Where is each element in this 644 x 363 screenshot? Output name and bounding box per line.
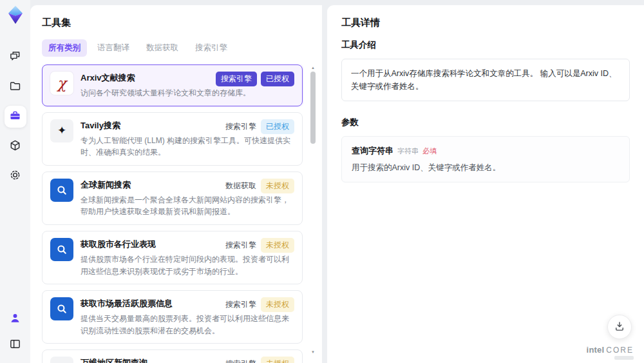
tab-category-3[interactable]: 搜索引擎 xyxy=(189,39,234,57)
tool-intro-text: 一个用于从Arxiv存储库搜索科学论文和文章的工具。 输入可以是Arxiv ID… xyxy=(351,67,620,93)
panel-toggle-icon xyxy=(9,338,21,352)
brand-sub-badge xyxy=(614,356,634,360)
tool-card-2[interactable]: 全球新闻搜索全球新闻搜索是一个聚合全球各大新闻网站内容的搜索引擎，帮助用户快速获… xyxy=(42,172,303,225)
tool-name: Arxiv文献搜索 xyxy=(80,72,216,84)
tool-badges: 搜索引擎未授权 xyxy=(225,297,294,312)
cube-icon xyxy=(9,139,21,153)
tool-description: 提供股票市场各个行业在特定时间段内的表现。投资者可以利用这些信息来识别表现优于或… xyxy=(80,253,293,277)
tool-badges: 搜索引擎未授权 xyxy=(225,357,294,363)
sidebar-item-tools[interactable] xyxy=(5,106,26,128)
param-card-0: 查询字符串字符串必填用于搜索的Arxiv ID、关键字或作者姓名。 xyxy=(341,136,630,182)
sidebar-item-settings[interactable] xyxy=(5,165,26,187)
download-icon xyxy=(614,320,625,334)
brand-core: CORE xyxy=(606,346,634,355)
intel-core-logo: intel CORE xyxy=(587,345,634,355)
tab-category-2[interactable]: 数据获取 xyxy=(140,39,185,57)
tool-card-5[interactable]: 万维地区新闻查询查询具体行政区划内的新闻，快速了解各地新闻动搜索引擎未授权 xyxy=(42,349,303,363)
folder-icon xyxy=(9,80,21,94)
tool-detail-panel: 工具详情 工具介绍 一个用于从Arxiv存储库搜索科学论文和文章的工具。 输入可… xyxy=(327,5,644,363)
collapse-panel-button[interactable] xyxy=(5,334,26,356)
tab-category-1[interactable]: 语言翻译 xyxy=(91,39,136,57)
tool-badges: 搜索引擎已授权 xyxy=(225,119,294,134)
scrollbar-thumb[interactable] xyxy=(310,72,316,144)
param-description: 用于搜索的Arxiv ID、关键字或作者姓名。 xyxy=(352,162,620,173)
auth-status-badge: 未授权 xyxy=(261,238,294,253)
tool-badges: 搜索引擎未授权 xyxy=(225,238,294,253)
tool-list: χArxiv文献搜索访问各个研究领域大量科学论文和文章的存储库。搜索引擎已授权✦… xyxy=(42,64,322,363)
gear-icon xyxy=(9,169,21,183)
sidebar-item-chat[interactable] xyxy=(5,46,26,68)
auth-status-badge: 未授权 xyxy=(261,357,294,363)
tool-card-4[interactable]: 获取市场最活跃股票信息提供当天交易量最高的股票列表。投资者可以利用这些信息来识别… xyxy=(42,290,303,344)
app-logo xyxy=(7,5,24,27)
category-badge: 搜索引擎 xyxy=(225,357,257,363)
sidebar-bottom xyxy=(5,306,26,358)
scroll-up-arrow-icon[interactable]: ▲ xyxy=(311,66,315,70)
category-badge: 数据获取 xyxy=(225,179,257,193)
scroll-down-arrow-icon[interactable]: ▼ xyxy=(311,350,315,354)
param-name: 查询字符串 xyxy=(352,145,393,157)
category-badge: 搜索引擎 xyxy=(225,119,257,134)
star-icon: ✦ xyxy=(50,119,73,142)
param-type: 字符串 xyxy=(397,146,419,156)
tool-card-1[interactable]: ✦Tavily搜索专为人工智能代理 (LLM) 构建的搜索引擎工具。可快速提供实… xyxy=(42,112,303,166)
param-required-flag: 必填 xyxy=(422,146,437,156)
category-badge: 搜索引擎 xyxy=(225,238,257,253)
tool-description: 全球新闻搜索是一个聚合全球各大新闻网站内容的搜索引擎，帮助用户快速获取全球最新资… xyxy=(80,194,293,218)
tool-intro-box: 一个用于从Arxiv存储库搜索科学论文和文章的工具。 输入可以是Arxiv ID… xyxy=(341,59,630,101)
auth-status-badge: 已授权 xyxy=(261,119,294,134)
user-icon xyxy=(9,312,21,326)
tool-name: 获取股市各行业表现 xyxy=(80,239,216,250)
auth-status-badge: 未授权 xyxy=(261,297,294,312)
tool-name: Tavily搜索 xyxy=(80,120,216,132)
tool-description: 提供当天交易量最高的股票列表。投资者可以利用这些信息来识别流动性强的股票和潜在的… xyxy=(80,313,293,337)
auth-status-badge: 未授权 xyxy=(261,179,294,193)
intro-heading: 工具介绍 xyxy=(341,39,630,51)
tool-card-0[interactable]: χArxiv文献搜索访问各个研究领域大量科学论文和文章的存储库。搜索引擎已授权 xyxy=(42,64,303,106)
toolbox-icon xyxy=(9,110,21,124)
tools-panel: 工具集 所有类别语言翻译数据获取搜索引擎 χArxiv文献搜索访问各个研究领域大… xyxy=(30,5,322,363)
news-icon xyxy=(50,357,73,363)
tool-badges: 搜索引擎已授权 xyxy=(216,72,294,86)
sidebar-item-packages[interactable] xyxy=(5,135,26,157)
detail-title: 工具详情 xyxy=(341,17,630,29)
chat-icon xyxy=(9,50,21,64)
tab-category-0[interactable]: 所有类别 xyxy=(42,39,87,57)
tool-card-3[interactable]: 获取股市各行业表现提供股票市场各个行业在特定时间段内的表现。投资者可以利用这些信… xyxy=(42,231,303,284)
user-avatar-button[interactable] xyxy=(5,308,26,330)
params-heading: 参数 xyxy=(341,117,630,128)
search-blue-icon xyxy=(50,179,73,202)
sidebar-rail xyxy=(0,0,30,363)
tool-badges: 数据获取未授权 xyxy=(225,179,294,193)
sidebar-item-files[interactable] xyxy=(5,76,26,98)
page-title: 工具集 xyxy=(42,17,322,29)
category-badge: 搜索引擎 xyxy=(225,297,257,312)
category-badge: 搜索引擎 xyxy=(216,72,257,86)
brand-intel: intel xyxy=(587,345,605,355)
category-tabs: 所有类别语言翻译数据获取搜索引擎 xyxy=(42,39,322,57)
tool-description: 专为人工智能代理 (LLM) 构建的搜索引擎工具。可快速提供实时、准确和真实的结… xyxy=(80,135,293,159)
auth-status-badge: 已授权 xyxy=(261,72,294,86)
arxiv-icon: χ xyxy=(50,72,73,95)
tool-description: 访问各个研究领域大量科学论文和文章的存储库。 xyxy=(80,87,293,99)
tool-name: 全球新闻搜索 xyxy=(80,179,216,191)
download-button[interactable] xyxy=(607,315,632,339)
search-blue-icon xyxy=(50,238,73,261)
search-blue-icon xyxy=(50,297,73,320)
scrollbar[interactable]: ▲ ▼ xyxy=(310,66,316,354)
tool-name: 万维地区新闻查询 xyxy=(80,357,216,363)
tool-name: 获取市场最活跃股票信息 xyxy=(80,298,216,309)
